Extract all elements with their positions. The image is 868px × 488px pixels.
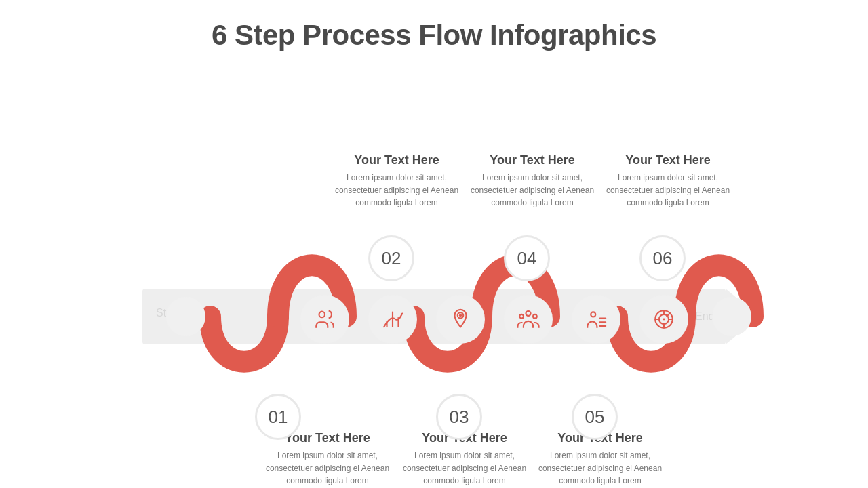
step-01-number: 01 — [255, 394, 301, 440]
step-04-text: Your Text Here Lorem ipsum dolor sit ame… — [468, 153, 597, 209]
start-circle — [166, 297, 205, 336]
svg-rect-0 — [142, 289, 726, 344]
svg-point-11 — [591, 312, 595, 317]
step-03-text: Your Text Here Lorem ipsum dolor sit ame… — [400, 431, 529, 487]
settings-people-icon — [585, 308, 608, 331]
step-02-text: Your Text Here Lorem ipsum dolor sit ame… — [332, 153, 461, 209]
step-04-icon — [504, 295, 553, 344]
svg-point-9 — [519, 314, 524, 319]
team-icon — [517, 308, 540, 331]
page-title: 6 Step Process Flow Infographics — [0, 0, 868, 52]
step-02-icon — [368, 295, 417, 344]
step-02-number: 02 — [368, 235, 414, 281]
person-pin-icon — [449, 308, 472, 331]
svg-point-7 — [459, 314, 462, 317]
svg-point-2 — [319, 312, 326, 318]
people-icon — [313, 308, 336, 331]
step-05-number: 05 — [572, 394, 618, 440]
svg-point-14 — [663, 319, 665, 321]
step-04-number: 04 — [504, 235, 550, 281]
svg-point-10 — [533, 314, 537, 319]
step-06-icon — [639, 295, 688, 344]
step-05-icon — [572, 295, 620, 344]
step-06-text: Your Text Here Lorem ipsum dolor sit ame… — [604, 153, 732, 209]
svg-point-8 — [526, 311, 530, 316]
step-03-icon — [436, 295, 485, 344]
step-01-icon — [300, 295, 349, 344]
step-06-number: 06 — [639, 235, 686, 281]
end-circle — [712, 297, 751, 336]
snake-path-svg — [61, 65, 807, 488]
step-03-number: 03 — [436, 394, 482, 440]
step-05-text: Your Text Here Lorem ipsum dolor sit ame… — [536, 431, 665, 487]
target-icon — [652, 308, 675, 331]
step-01-text: Your Text Here Lorem ipsum dolor sit ame… — [263, 431, 392, 487]
chart-icon — [381, 308, 404, 331]
